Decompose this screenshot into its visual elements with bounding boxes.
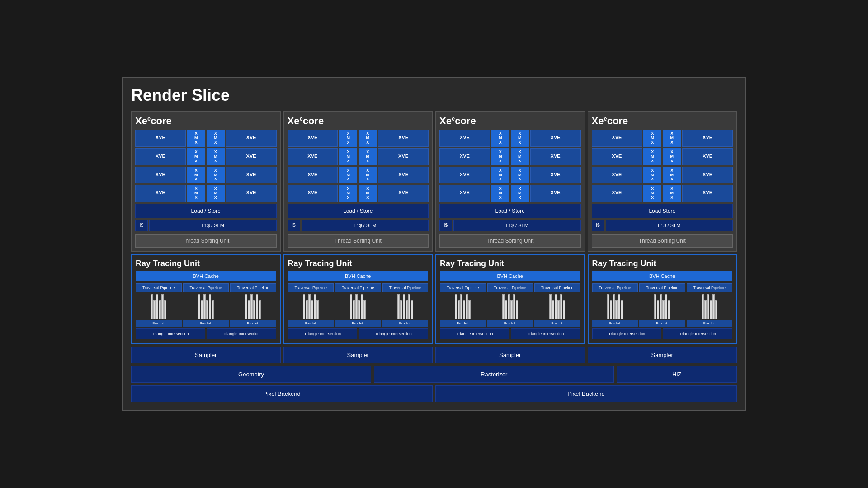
bar bbox=[508, 294, 510, 319]
bar bbox=[710, 300, 712, 319]
bar bbox=[250, 294, 253, 319]
bar-group-2: Box Int. bbox=[183, 294, 229, 327]
bar bbox=[212, 300, 214, 319]
pixel-backend-1: Pixel Backend bbox=[131, 385, 433, 402]
bar-container bbox=[549, 294, 565, 319]
traversal-box-3: Traversal Pipeline bbox=[687, 283, 733, 292]
rt-title-3: Ray Tracing Unit bbox=[440, 259, 580, 268]
xve-row-4: XVE XMX XMX XVE bbox=[288, 185, 429, 202]
rt-title-4: Ray Tracing Unit bbox=[592, 259, 733, 268]
thread-sorting-4: Thread Sorting Unit bbox=[592, 234, 733, 248]
xve-row-4: XVE XMX XMX XVE bbox=[135, 185, 277, 202]
bar bbox=[510, 300, 513, 319]
xmx-1: XMX bbox=[339, 148, 357, 165]
xe-core-1-title: Xeecore bbox=[135, 115, 277, 127]
bar bbox=[306, 300, 308, 319]
xve-right: XVE bbox=[530, 148, 581, 165]
xve-left: XVE bbox=[592, 185, 642, 202]
xve-right: XVE bbox=[378, 167, 429, 184]
bar bbox=[245, 294, 247, 319]
xve-row-1: XVE XMX XMX XVE bbox=[592, 130, 733, 147]
xmx-2: XMX bbox=[511, 185, 529, 202]
bar bbox=[607, 294, 609, 319]
bar bbox=[406, 300, 408, 319]
bar bbox=[468, 300, 471, 319]
render-slice-diagram: Render Slice Xeecore XVE XMX XMX XVE XVE… bbox=[122, 77, 746, 411]
bar bbox=[353, 300, 355, 319]
bar-group-1: Box Int. bbox=[592, 294, 638, 327]
box-int-2: Box Int. bbox=[335, 320, 381, 327]
triangle-box-2: Triangle Intersection bbox=[511, 328, 580, 339]
bar-container bbox=[397, 294, 413, 319]
rt-unit-4: Ray Tracing Unit BVH Cache Traversal Pip… bbox=[588, 254, 737, 344]
thread-sorting-3: Thread Sorting Unit bbox=[439, 234, 581, 248]
xmx-1: XMX bbox=[339, 185, 357, 202]
traversal-box-2: Traversal Pipeline bbox=[487, 283, 533, 292]
xve-right: XVE bbox=[226, 148, 277, 165]
cache-row-4: I$ L1$ / SLM bbox=[592, 220, 733, 231]
bar bbox=[153, 300, 156, 319]
rt-unit-1: Ray Tracing Unit BVH Cache Traversal Pip… bbox=[131, 254, 281, 344]
bar bbox=[505, 300, 507, 319]
bar bbox=[350, 294, 352, 319]
bar bbox=[198, 294, 200, 319]
xve-row-4: XVE XMX XMX XVE bbox=[439, 185, 581, 202]
box-int-1: Box Int. bbox=[288, 320, 334, 327]
bar bbox=[355, 294, 358, 319]
bar-container bbox=[654, 294, 670, 319]
bar bbox=[397, 294, 400, 319]
bar bbox=[259, 300, 261, 319]
bar bbox=[615, 300, 618, 319]
traversal-box-1: Traversal Pipeline bbox=[136, 283, 182, 292]
bar bbox=[151, 294, 153, 319]
xe-core-1: Xeecore XVE XMX XMX XVE XVE XMX XMX XVE … bbox=[131, 111, 281, 252]
xve-right: XVE bbox=[530, 167, 581, 184]
cache-row-2: I$ L1$ / SLM bbox=[288, 220, 429, 231]
xve-row-2: XVE XMX XMX XVE bbox=[592, 148, 733, 165]
xve-right: XVE bbox=[530, 130, 581, 147]
xve-row-3: XVE XMX XMX XVE bbox=[592, 167, 733, 184]
bvh-cache-1: BVH Cache bbox=[136, 271, 276, 281]
xmx-1: XMX bbox=[491, 185, 509, 202]
bar bbox=[555, 294, 557, 319]
bar bbox=[156, 294, 158, 319]
traversal-row-2: Traversal Pipeline Traversal Pipeline Tr… bbox=[288, 283, 429, 292]
box-int-1: Box Int. bbox=[440, 320, 486, 327]
bar bbox=[256, 294, 258, 319]
bar bbox=[618, 294, 620, 319]
pipeline-bars-4: Box Int. Box Int. bbox=[592, 294, 733, 327]
xmx-2: XMX bbox=[663, 185, 681, 202]
pipeline-bars-2: Box Int. Box Int. bbox=[288, 294, 429, 327]
triangle-box-2: Triangle Intersection bbox=[207, 328, 276, 339]
xve-left: XVE bbox=[592, 167, 642, 184]
xve-left: XVE bbox=[439, 185, 490, 202]
box-int-1: Box Int. bbox=[592, 320, 638, 327]
bar-group-1: Box Int. bbox=[136, 294, 182, 327]
xmx-2: XMX bbox=[207, 185, 225, 202]
bar bbox=[610, 300, 612, 319]
bar-container bbox=[198, 294, 214, 319]
triangle-row-1: Triangle Intersection Triangle Intersect… bbox=[136, 328, 276, 339]
i-cache-4: I$ bbox=[592, 220, 604, 231]
geometry-box: Geometry bbox=[131, 366, 371, 383]
bar bbox=[660, 294, 662, 319]
xve-left: XVE bbox=[439, 130, 490, 147]
xmx-2: XMX bbox=[359, 148, 377, 165]
bar bbox=[455, 294, 457, 319]
bar bbox=[516, 300, 518, 319]
box-int-2: Box Int. bbox=[487, 320, 533, 327]
bar-group-2: Box Int. bbox=[335, 294, 381, 327]
bar bbox=[253, 300, 255, 319]
sampler-row: Sampler Sampler Sampler Sampler bbox=[131, 347, 737, 363]
xmx-2: XMX bbox=[663, 148, 681, 165]
bar bbox=[308, 294, 311, 319]
xmx-1: XMX bbox=[491, 167, 509, 184]
bar bbox=[403, 294, 405, 319]
bar bbox=[513, 294, 515, 319]
xmx-2: XMX bbox=[359, 185, 377, 202]
xve-left: XVE bbox=[135, 167, 186, 184]
xmx-2: XMX bbox=[511, 148, 529, 165]
xve-right: XVE bbox=[378, 185, 429, 202]
xmx-2: XMX bbox=[359, 130, 377, 147]
traversal-box-2: Traversal Pipeline bbox=[183, 283, 229, 292]
